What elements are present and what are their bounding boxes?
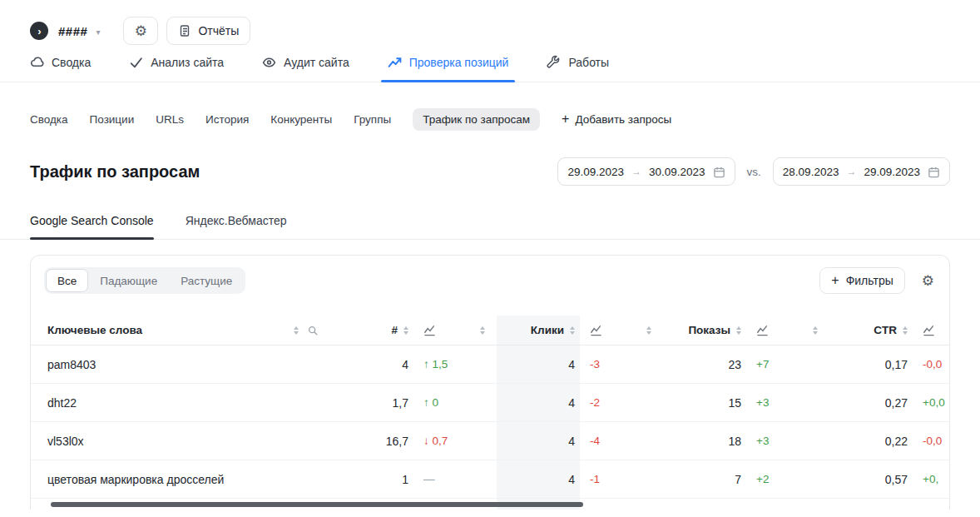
- position-cell: 1,7: [330, 384, 413, 421]
- tab-label: Работы: [568, 56, 609, 69]
- date-range-2-end[interactable]: 29.09.2023: [864, 166, 920, 178]
- sort-icon[interactable]: [813, 326, 818, 335]
- toolbar-right: + Фильтры: [819, 267, 936, 294]
- chevron-down-icon[interactable]: [96, 27, 100, 37]
- column-header-position-chart[interactable]: [413, 316, 497, 345]
- date-range-1[interactable]: 29.09.2023 30.09.2023: [557, 157, 735, 186]
- keyword-cell: pam8403: [31, 345, 330, 383]
- table-row[interactable]: dht22 1,7 0 4 -2 15 +3 0,27 +0,0: [31, 384, 950, 422]
- keyword-cell: цветовая маркировка дросселей: [31, 460, 330, 498]
- table-toolbar: Все Падающие Растущие + Фильтры: [31, 256, 949, 294]
- ctr-change: -0,0: [923, 358, 942, 370]
- arrow-right-icon: [846, 166, 856, 177]
- position-cell: 4: [330, 345, 413, 383]
- project-name[interactable]: ####: [58, 24, 87, 38]
- table-header: Ключевые слова # Клики: [31, 316, 950, 345]
- table-settings-button[interactable]: [920, 272, 936, 290]
- subnav-item-positions[interactable]: Позиции: [90, 113, 135, 126]
- table-row[interactable]: цветовая маркировка дросселей 1 — 4 -1 7…: [31, 460, 950, 499]
- line-chart-icon: [923, 324, 935, 336]
- tab-summary[interactable]: Сводка: [30, 55, 91, 82]
- gear-icon: [922, 273, 934, 289]
- subnav-item-query-traffic[interactable]: Трафик по запросам: [413, 108, 540, 131]
- position-change: 0,7: [423, 435, 448, 447]
- line-chart-icon: [423, 324, 436, 336]
- sort-icon[interactable]: [570, 326, 575, 335]
- title-row: Трафик по запросам 29.09.2023 30.09.2023…: [30, 157, 950, 186]
- sub-nav: Сводка Позиции URLs История Конкуренты Г…: [30, 107, 950, 131]
- sort-icon[interactable]: [294, 326, 299, 335]
- segment-all[interactable]: Все: [46, 269, 88, 292]
- plus-icon: +: [562, 112, 569, 126]
- column-header-impressions-chart[interactable]: [746, 316, 829, 345]
- date-range-2[interactable]: 28.09.2023 29.09.2023: [773, 157, 950, 186]
- column-header-clicks[interactable]: Клики: [497, 316, 580, 345]
- column-label: #: [391, 324, 398, 336]
- column-header-ctr[interactable]: CTR: [829, 316, 913, 345]
- calendar-icon: [928, 166, 940, 178]
- column-header-clicks-chart[interactable]: [580, 316, 663, 345]
- clicks-change: -3: [590, 358, 600, 370]
- tab-label: Сводка: [52, 56, 91, 69]
- column-label: CTR: [874, 324, 897, 336]
- subnav-item-competitors[interactable]: Конкуренты: [270, 113, 332, 126]
- clicks-cell: 4: [497, 345, 580, 383]
- date-range-1-start[interactable]: 29.09.2023: [567, 166, 624, 178]
- ctr-cell: 0,22: [829, 422, 913, 460]
- clicks-cell: 4: [497, 422, 580, 460]
- tab-works[interactable]: Работы: [547, 55, 609, 82]
- app-logo-icon[interactable]: [30, 22, 48, 40]
- sort-icon[interactable]: [736, 326, 741, 335]
- clicks-change: -4: [590, 435, 600, 447]
- filters-button[interactable]: + Фильтры: [819, 267, 904, 294]
- keyword-cell: dht22: [31, 384, 330, 421]
- page-title: Трафик по запросам: [30, 162, 200, 181]
- sort-icon[interactable]: [403, 326, 408, 335]
- column-header-ctr-chart[interactable]: [913, 316, 950, 345]
- date-range-2-start[interactable]: 28.09.2023: [783, 166, 839, 178]
- search-icon[interactable]: [307, 325, 319, 336]
- segment-falling[interactable]: Падающие: [88, 269, 169, 292]
- subnav-item-summary[interactable]: Сводка: [30, 113, 68, 126]
- table-row[interactable]: vl53l0x 16,7 0,7 4 -4 18 +3 0,22 -0,0: [31, 422, 950, 460]
- segment-control: Все Падающие Растущие: [44, 267, 245, 294]
- tab-site-audit[interactable]: Аудит сайта: [262, 55, 349, 82]
- calendar-icon: [713, 166, 725, 178]
- sort-icon[interactable]: [903, 326, 908, 335]
- subnav-item-urls[interactable]: URLs: [156, 113, 184, 126]
- impressions-change: +3: [756, 435, 769, 447]
- table-row[interactable]: pam8403 4 1,5 4 -3 23 +7 0,17 -0,0: [31, 345, 950, 384]
- position-cell: 16,7: [330, 422, 413, 460]
- document-icon: [178, 24, 191, 37]
- project-settings-button[interactable]: [123, 17, 158, 45]
- subnav-item-groups[interactable]: Группы: [354, 113, 391, 126]
- column-label: Показы: [688, 324, 730, 336]
- ctr-cell: 0,27: [829, 384, 913, 421]
- date-range-1-end[interactable]: 30.09.2023: [649, 166, 705, 178]
- column-label: Ключевые слова: [47, 324, 142, 336]
- impressions-cell: 7: [663, 460, 746, 498]
- tab-google-search-console[interactable]: Google Search Console: [30, 209, 154, 239]
- reports-button[interactable]: Отчёты: [166, 17, 250, 45]
- add-queries-button[interactable]: + Добавить запросы: [562, 112, 671, 126]
- dashboard-icon: [30, 55, 44, 69]
- source-tabs: Google Search Console Яндекс.Вебмастер: [0, 209, 980, 239]
- tab-yandex-webmaster[interactable]: Яндекс.Вебмастер: [186, 209, 287, 239]
- tab-position-check[interactable]: Проверка позиций: [388, 55, 509, 82]
- source-tabs-wrap: Google Search Console Яндекс.Вебмастер: [0, 209, 980, 240]
- sort-icon[interactable]: [480, 326, 485, 335]
- gear-icon: [135, 24, 147, 38]
- horizontal-scrollbar-thumb[interactable]: [51, 502, 583, 507]
- position-change: —: [423, 473, 435, 485]
- tab-label: Анализ сайта: [151, 56, 224, 69]
- column-header-keywords[interactable]: Ключевые слова: [31, 316, 330, 345]
- subnav-item-history[interactable]: История: [205, 113, 249, 126]
- column-header-position[interactable]: #: [330, 316, 413, 345]
- column-header-impressions[interactable]: Показы: [663, 316, 746, 345]
- sort-icon[interactable]: [646, 326, 651, 335]
- impressions-cell: 18: [663, 422, 746, 460]
- segment-rising[interactable]: Растущие: [169, 269, 244, 292]
- ctr-change: +0,0: [923, 396, 945, 409]
- tab-site-analysis[interactable]: Анализ сайта: [129, 55, 224, 82]
- traffic-table-card: Все Падающие Растущие + Фильтры Ключевые…: [30, 255, 950, 510]
